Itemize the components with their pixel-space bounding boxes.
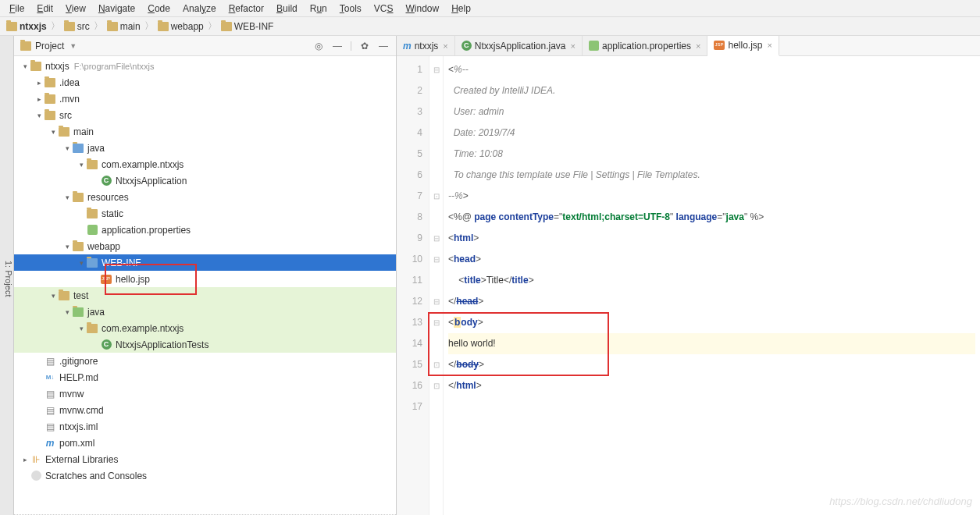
- fold-marker[interactable]: [429, 80, 443, 101]
- tree-node--gitignore[interactable]: ▤.gitignore: [14, 353, 396, 369]
- hide-icon[interactable]: —: [377, 40, 390, 52]
- tree-arrow-icon[interactable]: ▾: [20, 62, 30, 70]
- fold-marker[interactable]: [429, 123, 443, 144]
- code-editor[interactable]: 1234567891011121314151617 ⊟⊡ ⊟⊟⊟⊟⊡⊡ <%--…: [397, 56, 980, 515]
- tree-arrow-icon[interactable]: ▾: [77, 161, 86, 169]
- fold-marker[interactable]: ⊟: [429, 249, 443, 270]
- menu-code[interactable]: Code: [141, 2, 176, 16]
- breadcrumb-item[interactable]: webapp: [156, 21, 205, 32]
- tree-node-mvnw-cmd[interactable]: ▤mvnw.cmd: [14, 402, 396, 418]
- tree-node--idea[interactable]: ▸.idea: [14, 74, 396, 91]
- file-icon: ▤: [46, 405, 55, 416]
- menu-edit[interactable]: Edit: [30, 2, 59, 16]
- tree-node--mvn[interactable]: ▸.mvn: [14, 91, 396, 107]
- tree-node-application-properties[interactable]: application.properties: [14, 222, 396, 238]
- fold-marker[interactable]: [429, 165, 443, 186]
- fold-marker[interactable]: ⊡: [429, 354, 443, 375]
- fold-marker[interactable]: ⊟: [429, 59, 443, 80]
- folder-icon: [45, 94, 55, 104]
- close-icon[interactable]: ×: [571, 41, 576, 51]
- collapse-icon[interactable]: —: [331, 40, 344, 52]
- tree-label: src: [59, 110, 72, 121]
- menu-run[interactable]: Run: [304, 2, 333, 16]
- fold-marker[interactable]: [429, 396, 443, 417]
- breadcrumb: ntxxjs〉src〉main〉webapp〉WEB-INF: [0, 17, 980, 36]
- folder-icon: [6, 22, 17, 31]
- code-area[interactable]: <%-- Created by IntelliJ IDEA. User: adm…: [444, 56, 980, 515]
- menu-vcs[interactable]: VCS: [368, 2, 400, 16]
- menu-refactor[interactable]: Refactor: [223, 2, 270, 16]
- fold-marker[interactable]: ⊟: [429, 312, 443, 333]
- tree-node-external-libraries[interactable]: ▸⊪External Libraries: [14, 451, 396, 467]
- menu-analyze[interactable]: Analyze: [176, 2, 223, 16]
- fold-marker[interactable]: ⊡: [429, 186, 443, 207]
- menu-tools[interactable]: Tools: [333, 2, 368, 16]
- tree-arrow-icon[interactable]: ▾: [77, 325, 86, 332]
- editor-tab-hello-jsp[interactable]: hello.jsp×: [707, 36, 779, 56]
- fold-marker[interactable]: [429, 144, 443, 165]
- tree-node-main[interactable]: ▾main: [14, 123, 396, 140]
- menu-file[interactable]: File: [3, 2, 30, 16]
- menu-build[interactable]: Build: [270, 2, 304, 16]
- tree-node-mvnw[interactable]: ▤mvnw: [14, 385, 396, 402]
- fold-marker[interactable]: [429, 207, 443, 228]
- editor-tab-ntxxjsapplication-java[interactable]: CNtxxjsApplication.java×: [455, 36, 583, 55]
- tree-label: webapp: [87, 241, 120, 252]
- project-tree[interactable]: ▾ntxxjsF:\programFile\ntxxjs▸.idea▸.mvn▾…: [14, 56, 396, 515]
- tree-node-static[interactable]: static: [14, 205, 396, 222]
- menu-view[interactable]: View: [59, 2, 92, 16]
- tree-node-pom-xml[interactable]: mpom.xml: [14, 435, 396, 451]
- tree-node-ntxxjsapplicationtests[interactable]: CNtxxjsApplicationTests: [14, 336, 396, 353]
- tree-node-src[interactable]: ▾src: [14, 107, 396, 123]
- tree-node-java[interactable]: ▾java: [14, 140, 396, 156]
- target-icon[interactable]: ◎: [312, 40, 325, 52]
- tree-node-test[interactable]: ▾test: [14, 287, 396, 304]
- editor-tab-ntxxjs[interactable]: mntxxjs×: [397, 36, 455, 55]
- tree-node-com-example-ntxxjs[interactable]: ▾com.example.ntxxjs: [14, 156, 396, 172]
- tree-arrow-icon[interactable]: ▾: [77, 259, 86, 267]
- jsp-icon: [101, 275, 112, 284]
- breadcrumb-item[interactable]: src: [62, 21, 91, 32]
- tree-node-hello-jsp[interactable]: hello.jsp: [14, 271, 396, 287]
- tree-arrow-icon[interactable]: ▾: [62, 243, 72, 250]
- fold-marker[interactable]: [429, 270, 443, 291]
- sidebar-tab-project[interactable]: 1: Project: [0, 36, 14, 515]
- tree-arrow-icon[interactable]: ▸: [34, 79, 44, 87]
- close-icon[interactable]: ×: [443, 41, 447, 51]
- tree-arrow-icon[interactable]: ▸: [20, 456, 30, 464]
- close-icon[interactable]: ×: [696, 41, 700, 51]
- chevron-down-icon[interactable]: ▼: [69, 42, 77, 50]
- breadcrumb-item[interactable]: ntxxjs: [5, 21, 48, 32]
- tree-node-help-md[interactable]: M↓HELP.md: [14, 369, 396, 385]
- menu-help[interactable]: Help: [445, 2, 477, 16]
- tree-node-com-example-ntxxjs[interactable]: ▾com.example.ntxxjs: [14, 320, 396, 336]
- tree-arrow-icon[interactable]: ▾: [62, 308, 72, 316]
- breadcrumb-item[interactable]: WEB-INF: [219, 21, 276, 32]
- fold-marker[interactable]: ⊟: [429, 228, 443, 249]
- tree-node-webapp[interactable]: ▾webapp: [14, 238, 396, 254]
- tree-node-resources[interactable]: ▾resources: [14, 189, 396, 205]
- gear-icon[interactable]: ✿: [358, 40, 371, 52]
- editor-tab-application-properties[interactable]: application.properties×: [583, 36, 708, 55]
- tree-arrow-icon[interactable]: ▸: [34, 95, 44, 103]
- tree-node-java[interactable]: ▾java: [14, 304, 396, 320]
- fold-marker[interactable]: ⊟: [429, 291, 443, 312]
- tree-node-scratches-and-consoles[interactable]: Scratches and Consoles: [14, 467, 396, 484]
- breadcrumb-item[interactable]: main: [105, 21, 142, 32]
- tree-node-ntxxjsapplication[interactable]: CNtxxjsApplication: [14, 172, 396, 189]
- close-icon[interactable]: ×: [768, 41, 772, 50]
- menu-navigate[interactable]: Navigate: [92, 2, 141, 16]
- tree-node-web-inf[interactable]: ▾WEB-INF: [14, 254, 396, 271]
- tree-arrow-icon[interactable]: ▾: [48, 292, 58, 300]
- fold-marker[interactable]: [429, 333, 443, 354]
- tree-node-ntxxjs-iml[interactable]: ▤ntxxjs.iml: [14, 418, 396, 435]
- tree-arrow-icon[interactable]: ▾: [48, 128, 58, 136]
- tree-arrow-icon[interactable]: ▾: [62, 194, 72, 201]
- tree-arrow-icon[interactable]: ▾: [62, 144, 72, 152]
- line-number: 6: [397, 165, 422, 186]
- menu-window[interactable]: Window: [399, 2, 445, 16]
- tree-arrow-icon[interactable]: ▾: [34, 112, 44, 119]
- tree-node-ntxxjs[interactable]: ▾ntxxjsF:\programFile\ntxxjs: [14, 58, 396, 74]
- fold-marker[interactable]: ⊡: [429, 375, 443, 396]
- fold-marker[interactable]: [429, 101, 443, 123]
